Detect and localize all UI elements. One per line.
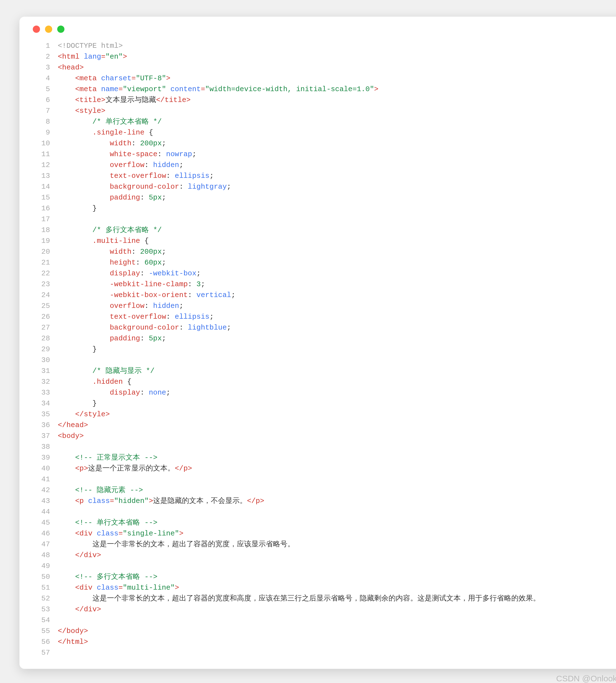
line-number: 4 — [33, 73, 58, 84]
line-content: width: 200px; — [58, 138, 616, 149]
code-line: 54 — [33, 615, 616, 626]
code-line: 49 — [33, 561, 616, 572]
line-content — [58, 474, 616, 485]
line-number: 7 — [33, 106, 58, 116]
line-number: 36 — [33, 420, 58, 431]
code-line: 18 /* 多行文本省略 */ — [33, 225, 616, 236]
code-line: 36</head> — [33, 420, 616, 431]
line-number: 52 — [33, 593, 58, 604]
line-content — [58, 442, 616, 452]
line-content: 这是一个非常长的文本，超出了容器的宽度，应该显示省略号。 — [58, 539, 616, 550]
line-number: 12 — [33, 160, 58, 171]
line-number: 35 — [33, 409, 58, 420]
line-content: <p>这是一个正常显示的文本。</p> — [58, 463, 616, 474]
line-content: } — [58, 344, 616, 355]
line-content: </div> — [58, 550, 616, 561]
line-content: text-overflow: ellipsis; — [58, 171, 616, 182]
code-line: 24 -webkit-box-orient: vertical; — [33, 290, 616, 301]
code-line: 37<body> — [33, 431, 616, 442]
code-line: 21 height: 60px; — [33, 257, 616, 268]
line-content: /* 多行文本省略 */ — [58, 225, 616, 236]
line-content: background-color: lightgray; — [58, 182, 616, 192]
close-icon[interactable] — [33, 25, 40, 33]
line-number: 37 — [33, 431, 58, 442]
line-content: display: none; — [58, 387, 616, 398]
line-content: <title>文本显示与隐藏</title> — [58, 95, 616, 106]
line-content: <!DOCTYPE html> — [58, 41, 616, 51]
code-line: 55</body> — [33, 626, 616, 637]
code-line: 1<!DOCTYPE html> — [33, 41, 616, 51]
line-content: } — [58, 398, 616, 409]
code-line: 3<head> — [33, 62, 616, 73]
line-number: 16 — [33, 203, 58, 214]
line-content — [58, 561, 616, 572]
code-line: 45 <!-- 单行文本省略 --> — [33, 517, 616, 528]
line-number: 9 — [33, 127, 58, 138]
line-number: 10 — [33, 138, 58, 149]
code-line: 33 display: none; — [33, 387, 616, 398]
code-line: 56</html> — [33, 637, 616, 647]
code-line: 43 <p class="hidden">这是隐藏的文本，不会显示。</p> — [33, 496, 616, 507]
line-number: 21 — [33, 257, 58, 268]
line-number: 39 — [33, 452, 58, 463]
code-line: 23 -webkit-line-clamp: 3; — [33, 279, 616, 290]
maximize-icon[interactable] — [57, 25, 64, 33]
line-number: 49 — [33, 561, 58, 572]
line-number: 18 — [33, 225, 58, 236]
line-content: -webkit-box-orient: vertical; — [58, 290, 616, 301]
code-line: 22 display: -webkit-box; — [33, 268, 616, 279]
line-content: <p class="hidden">这是隐藏的文本，不会显示。</p> — [58, 496, 616, 507]
line-content: padding: 5px; — [58, 333, 616, 344]
minimize-icon[interactable] — [45, 25, 52, 33]
code-line: 48 </div> — [33, 550, 616, 561]
code-line: 12 overflow: hidden; — [33, 160, 616, 171]
line-number: 31 — [33, 366, 58, 377]
code-line: 32 .hidden { — [33, 377, 616, 387]
line-content: /* 隐藏与显示 */ — [58, 366, 616, 377]
line-content: -webkit-line-clamp: 3; — [58, 279, 616, 290]
line-number: 43 — [33, 496, 58, 507]
line-content — [58, 355, 616, 366]
code-line: 11 white-space: nowrap; — [33, 149, 616, 160]
line-number: 23 — [33, 279, 58, 290]
line-number: 25 — [33, 301, 58, 312]
line-content: </body> — [58, 626, 616, 637]
code-line: 52 这是一个非常长的文本，超出了容器的宽度和高度，应该在第三行之后显示省略号，… — [33, 593, 616, 604]
line-number: 40 — [33, 463, 58, 474]
line-content: white-space: nowrap; — [58, 149, 616, 160]
line-number: 6 — [33, 95, 58, 106]
watermark: CSDN @Onlooker… — [19, 674, 616, 683]
code-line: 51 <div class="multi-line"> — [33, 582, 616, 593]
line-content: </html> — [58, 637, 616, 647]
line-content: <div class="single-line"> — [58, 528, 616, 539]
code-line: 47 这是一个非常长的文本，超出了容器的宽度，应该显示省略号。 — [33, 539, 616, 550]
code-line: 42 <!-- 隐藏元素 --> — [33, 485, 616, 496]
code-line: 2<html lang="en"> — [33, 51, 616, 62]
code-line: 35 </style> — [33, 409, 616, 420]
code-line: 26 text-overflow: ellipsis; — [33, 312, 616, 322]
line-content: .single-line { — [58, 127, 616, 138]
code-line: 38 — [33, 442, 616, 452]
line-number: 19 — [33, 236, 58, 247]
line-content: <!-- 隐藏元素 --> — [58, 485, 616, 496]
line-number: 50 — [33, 572, 58, 582]
line-number: 47 — [33, 539, 58, 550]
line-content: </div> — [58, 604, 616, 615]
code-line: 4 <meta charset="UTF-8"> — [33, 73, 616, 84]
line-content: </head> — [58, 420, 616, 431]
code-line: 13 text-overflow: ellipsis; — [33, 171, 616, 182]
code-line: 34 } — [33, 398, 616, 409]
line-content: .hidden { — [58, 377, 616, 387]
line-content: <head> — [58, 62, 616, 73]
code-line: 20 width: 200px; — [33, 247, 616, 257]
line-number: 28 — [33, 333, 58, 344]
line-content: <meta charset="UTF-8"> — [58, 73, 616, 84]
code-line: 7 <style> — [33, 106, 616, 116]
line-content: <!-- 单行文本省略 --> — [58, 517, 616, 528]
code-line: 9 .single-line { — [33, 127, 616, 138]
line-number: 56 — [33, 637, 58, 647]
code-line: 15 padding: 5px; — [33, 192, 616, 203]
code-line: 27 background-color: lightblue; — [33, 322, 616, 333]
line-number: 29 — [33, 344, 58, 355]
line-number: 2 — [33, 51, 58, 62]
